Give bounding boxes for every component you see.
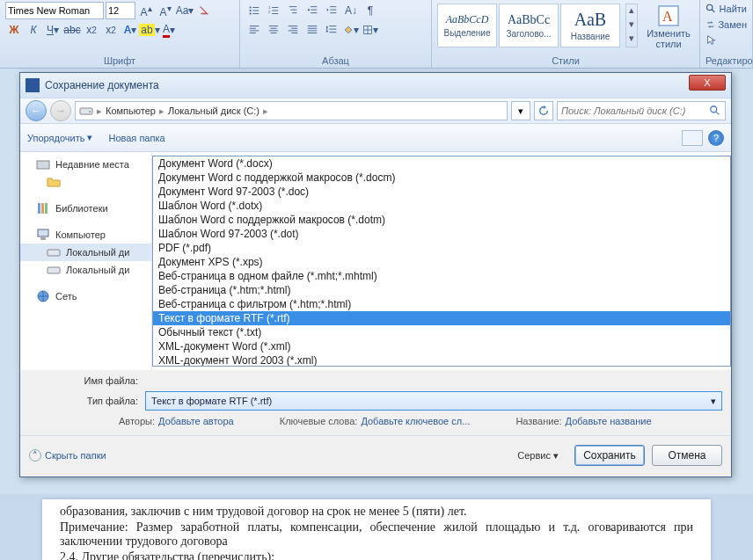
grow-font-button[interactable]: A▴ [137, 2, 155, 19]
svg-rect-13 [38, 203, 40, 214]
select-button[interactable] [705, 33, 747, 47]
nav-recent[interactable]: Недавние места [20, 156, 151, 173]
hide-folders-button[interactable]: ˄ Скрыть папки [29, 449, 106, 462]
nav-computer[interactable]: Компьютер [20, 226, 151, 244]
title-value[interactable]: Добавьте название [566, 416, 652, 426]
filetype-option[interactable]: Веб-страница с фильтром (*.htm;*.html) [153, 297, 730, 311]
filetype-option[interactable]: Документ Word (*.docx) [153, 156, 730, 171]
font-name-select[interactable] [5, 2, 104, 19]
styles-gallery[interactable]: AaBbCcD Выделение AaBbCc Заголово... АаВ… [437, 4, 620, 47]
filetype-option[interactable]: Документ Word с поддержкой макросов (*.d… [153, 171, 730, 185]
search-box[interactable] [557, 101, 726, 120]
filetype-option[interactable]: Документ Word 97-2003 (*.doc) [153, 185, 730, 199]
help-button[interactable]: ? [708, 130, 724, 146]
find-button[interactable]: Найти [705, 2, 747, 16]
dialog-titlebar: Сохранение документа X [20, 73, 731, 98]
font-color-button[interactable]: A▾ [160, 21, 178, 39]
change-case-button[interactable]: Aa▾ [176, 2, 194, 19]
new-folder-button[interactable]: Новая папка [108, 133, 164, 143]
sort-button[interactable]: A↓ [342, 2, 360, 19]
shading-button[interactable]: ▾ [342, 21, 360, 39]
align-right-button[interactable] [284, 21, 302, 39]
italic-button[interactable]: К [25, 21, 42, 39]
document-background: образования, заключив с ним трудовой дог… [0, 494, 753, 560]
nav-network[interactable]: Сеть [20, 287, 151, 305]
font-size-select[interactable] [106, 2, 135, 19]
keywords-value[interactable]: Добавьте ключевое сл... [361, 416, 470, 426]
shrink-font-button[interactable]: A▾ [157, 2, 174, 19]
filetype-option[interactable]: Документ XPS (*.xps) [153, 255, 730, 269]
decrease-indent-button[interactable] [303, 2, 321, 19]
refresh-button[interactable] [534, 101, 553, 120]
svg-rect-16 [38, 229, 48, 236]
nav-forward-button[interactable]: → [50, 100, 71, 121]
service-button[interactable]: Сервис ▾ [517, 450, 559, 462]
editing-group-label: Редактиро [705, 55, 747, 68]
nav-local-disk-2[interactable]: Локальный ди [20, 261, 151, 279]
close-button[interactable]: X [689, 75, 726, 91]
cancel-button[interactable]: Отмена [652, 445, 722, 466]
drive-icon [79, 104, 93, 118]
nav-back-button[interactable]: ← [26, 100, 47, 121]
clear-format-button[interactable] [195, 2, 213, 19]
filetype-option[interactable]: PDF (*.pdf) [153, 241, 730, 255]
multilevel-button[interactable] [284, 2, 302, 19]
filetype-select[interactable]: Текст в формате RTF (*.rtf)▾ [145, 391, 722, 411]
path-disk[interactable]: Локальный диск (C:) [168, 105, 260, 116]
text-effects-button[interactable]: A▾ [121, 21, 139, 39]
justify-button[interactable] [303, 21, 321, 39]
increase-indent-button[interactable] [323, 2, 340, 19]
filetype-option[interactable]: Веб-страница (*.htm;*.html) [153, 283, 730, 297]
align-center-button[interactable] [265, 21, 282, 39]
align-left-button[interactable] [245, 21, 263, 39]
nav-folder[interactable] [20, 173, 151, 191]
save-button[interactable]: Сохранить [574, 445, 645, 466]
bold-button[interactable]: Ж [5, 21, 23, 39]
filetype-dropdown[interactable]: Документ Word (*.docx)Документ Word с по… [152, 156, 731, 367]
nav-libraries[interactable]: Библиотеки [20, 200, 151, 217]
superscript-button[interactable]: x2 [102, 21, 120, 39]
gallery-down-icon[interactable]: ▾ [626, 18, 637, 33]
change-styles-button[interactable]: A Изменить стили [643, 2, 694, 49]
search-input[interactable] [561, 105, 709, 116]
organize-button[interactable]: Упорядочить ▾ [27, 132, 92, 143]
svg-rect-19 [48, 267, 60, 273]
paragraph-group-label: Абзац [245, 55, 426, 68]
gallery-more-icon[interactable]: ▾ [626, 33, 637, 47]
strike-button[interactable]: abc [63, 21, 81, 39]
address-bar[interactable]: ▸ Компьютер ▸ Локальный диск (C:) ▸ [75, 101, 508, 120]
underline-button[interactable]: Ч▾ [44, 21, 62, 39]
filetype-option[interactable]: Шаблон Word с поддержкой макросов (*.dot… [153, 213, 730, 227]
numbering-button[interactable]: 12 [265, 2, 282, 19]
change-styles-icon: A [656, 4, 681, 28]
svg-text:A: A [662, 9, 673, 24]
address-dropdown-button[interactable]: ▾ [511, 101, 530, 120]
filetype-option[interactable]: Обычный текст (*.txt) [153, 325, 730, 339]
borders-button[interactable]: ▾ [362, 21, 379, 39]
authors-value[interactable]: Добавьте автора [158, 416, 234, 426]
nav-local-disk-1[interactable]: Локальный ди [20, 244, 151, 261]
style-heading[interactable]: AaBbCc Заголово... [499, 4, 559, 47]
arrow-right-icon: → [55, 105, 66, 117]
bullets-button[interactable] [245, 2, 263, 19]
filetype-option[interactable]: Шаблон Word 97-2003 (*.dot) [153, 227, 730, 241]
show-marks-button[interactable]: ¶ [362, 2, 379, 19]
filetype-option[interactable]: XML-документ Word 2003 (*.xml) [153, 353, 730, 367]
view-button[interactable] [682, 130, 703, 146]
filetype-option[interactable]: Текст в формате RTF (*.rtf) [153, 311, 730, 325]
filetype-option[interactable]: XML-документ Word (*.xml) [153, 339, 730, 353]
doc-line: 2.4. Другие обязательства (перечислить): [60, 550, 693, 560]
filetype-option[interactable]: Шаблон Word (*.dotx) [153, 199, 730, 213]
path-computer[interactable]: Компьютер [106, 105, 156, 116]
style-title[interactable]: АаВ Название [560, 4, 620, 47]
replace-button[interactable]: Замен [705, 18, 747, 32]
subscript-button[interactable]: x2 [83, 21, 100, 39]
folder-icon [47, 176, 61, 188]
highlight-button[interactable]: ab▾ [141, 21, 158, 39]
gallery-up-icon[interactable]: ▴ [626, 4, 637, 18]
dialog-title: Сохранение документа [45, 79, 159, 91]
ribbon-group-editing: Найти Замен Редактиро [700, 0, 753, 68]
line-spacing-button[interactable] [323, 21, 340, 39]
filetype-option[interactable]: Веб-страница в одном файле (*.mht;*.mhtm… [153, 269, 730, 283]
style-emphasis[interactable]: AaBbCcD Выделение [437, 4, 497, 47]
